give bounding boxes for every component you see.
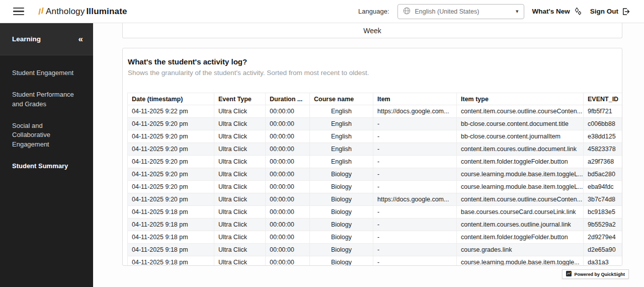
table-cell: 04-11-2025 9:20 pm xyxy=(128,130,214,143)
collapse-chevron-icon[interactable]: « xyxy=(78,35,83,43)
caret-down-icon: ▾ xyxy=(516,8,519,15)
sidebar-item-student-summary[interactable]: Student Summary xyxy=(0,156,93,177)
table-row: 04-11-2025 9:20 pmUltra Click00:00:00Eng… xyxy=(128,118,622,130)
table-cell: - xyxy=(373,130,457,143)
week-label: Week xyxy=(363,27,381,35)
table-row: 04-11-2025 9:20 pmUltra Click00:00:00Bio… xyxy=(128,193,622,206)
table-row: 04-11-2025 9:20 pmUltra Click00:00:00Bio… xyxy=(128,168,622,181)
table-cell: 45823378 xyxy=(584,143,622,156)
sparkle-icon xyxy=(574,7,582,16)
column-header[interactable]: Duration ... xyxy=(266,93,310,105)
table-cell: 00:00:00 xyxy=(266,118,310,130)
table-cell: Ultra Click xyxy=(214,156,266,168)
table-cell: - xyxy=(373,231,457,244)
top-bar: Anthology Illuminate Language: English (… xyxy=(0,0,644,23)
table-cell: - xyxy=(373,143,457,156)
card-subtitle: Shows the granularity of the student's a… xyxy=(128,69,617,77)
activity-table-scroll[interactable]: Date (timestamp)Event TypeDuration ...Co… xyxy=(127,93,622,265)
language-value: English (United States) xyxy=(415,8,479,15)
table-cell: - xyxy=(373,206,457,219)
table-cell: Ultra Click xyxy=(214,193,266,206)
sign-out-button[interactable]: Sign Out xyxy=(590,8,630,16)
table-cell: 3b7c74d8 xyxy=(584,193,622,206)
table-cell: bb-close.course.content.journalItem xyxy=(457,130,584,143)
table-cell: bc9183e5 xyxy=(584,206,622,219)
sidebar: Learning « Student Engagement Student Pe… xyxy=(0,23,93,287)
activity-log-card: What's the student's activity log? Shows… xyxy=(122,48,622,266)
quicksight-icon xyxy=(566,271,572,277)
table-cell: - xyxy=(373,219,457,231)
anthology-logo-icon xyxy=(37,7,44,16)
table-row: 04-11-2025 9:20 pmUltra Click00:00:00Eng… xyxy=(128,143,622,156)
sidebar-item-student-engagement[interactable]: Student Engagement xyxy=(0,62,93,84)
table-cell: English xyxy=(310,118,373,130)
table-cell: Ultra Click xyxy=(214,105,266,118)
sidebar-item-social-and-collaborative-engagement[interactable]: Social and Collaborative Engagement xyxy=(0,115,93,156)
column-header[interactable]: Event Type xyxy=(214,93,266,105)
table-row: 04-11-2025 9:18 pmUltra Click00:00:00Bio… xyxy=(128,206,622,219)
table-cell: 00:00:00 xyxy=(266,143,310,156)
table-cell: content.item.courses.outline.journal.lin… xyxy=(457,219,584,231)
column-header[interactable]: Item type xyxy=(457,93,584,105)
language-select[interactable]: English (United States) ▾ xyxy=(397,4,524,19)
sidebar-nav: Student Engagement Student Performance a… xyxy=(0,55,93,177)
table-cell: Biology xyxy=(310,244,373,256)
column-header[interactable]: Course name xyxy=(310,93,373,105)
column-header[interactable]: Date (timestamp) xyxy=(128,93,214,105)
table-cell: Ultra Click xyxy=(214,231,266,244)
table-cell: English xyxy=(310,105,373,118)
table-cell: course.learning.module.base.item.toggleL… xyxy=(457,168,584,181)
table-cell: Biology xyxy=(310,231,373,244)
table-row: 04-11-2025 9:18 pmUltra Click00:00:00Bio… xyxy=(128,256,622,266)
table-cell: Ultra Click xyxy=(214,219,266,231)
brand-name-primary: Anthology xyxy=(46,7,85,17)
sidebar-item-student-performance-and-grades[interactable]: Student Performance and Grades xyxy=(0,84,93,115)
table-cell: 00:00:00 xyxy=(266,168,310,181)
hamburger-menu-icon[interactable] xyxy=(13,8,25,16)
powered-by-label: Powered by QuickSight xyxy=(574,272,625,277)
table-cell: e38dd125 xyxy=(584,130,622,143)
card-title: What's the student's activity log? xyxy=(128,57,617,66)
table-cell: 00:00:00 xyxy=(266,244,310,256)
table-cell: https://docs.google.com... xyxy=(373,105,457,118)
column-header[interactable]: EVENT_ID xyxy=(584,93,622,105)
table-cell: Ultra Click xyxy=(214,206,266,219)
table-cell: 04-11-2025 9:18 pm xyxy=(128,244,214,256)
table-cell: English xyxy=(310,156,373,168)
table-cell: - xyxy=(373,118,457,130)
table-cell: - xyxy=(373,168,457,181)
table-cell: English xyxy=(310,130,373,143)
table-cell: 00:00:00 xyxy=(266,181,310,193)
table-cell: 04-11-2025 9:18 pm xyxy=(128,256,214,266)
table-cell: 00:00:00 xyxy=(266,130,310,143)
whats-new-button[interactable]: What's New xyxy=(532,7,582,16)
table-cell: - xyxy=(373,156,457,168)
table-cell: bd5ac280 xyxy=(584,168,622,181)
table-cell: - xyxy=(373,244,457,256)
table-row: 04-11-2025 9:20 pmUltra Click00:00:00Bio… xyxy=(128,181,622,193)
table-cell: 00:00:00 xyxy=(266,105,310,118)
table-cell: 00:00:00 xyxy=(266,219,310,231)
sidebar-title: Learning xyxy=(12,35,41,43)
table-cell: content.item.course.outline.courseConten… xyxy=(457,193,584,206)
table-cell: Biology xyxy=(310,181,373,193)
table-cell: 04-11-2025 9:20 pm xyxy=(128,118,214,130)
table-row: 04-11-2025 9:20 pmUltra Click00:00:00Eng… xyxy=(128,156,622,168)
table-cell: Biology xyxy=(310,256,373,266)
powered-by-badge[interactable]: Powered by QuickSight xyxy=(562,269,629,279)
brand-logo: Anthology Illuminate xyxy=(37,7,127,17)
table-cell: content.item.course.outline.courseConten… xyxy=(457,105,584,118)
brand-name-secondary: Illuminate xyxy=(86,7,127,17)
table-cell: 00:00:00 xyxy=(266,206,310,219)
table-cell: content.item.folder.toggleFolder.button xyxy=(457,231,584,244)
table-cell: bb-close.course.content.document.title xyxy=(457,118,584,130)
table-cell: base.courses.courseCard.courseLink.link xyxy=(457,206,584,219)
activity-table-header-row: Date (timestamp)Event TypeDuration ...Co… xyxy=(128,93,622,105)
table-cell: English xyxy=(310,143,373,156)
table-cell: Ultra Click xyxy=(214,256,266,266)
table-cell: - xyxy=(373,181,457,193)
table-cell: https://docs.google.com... xyxy=(373,193,457,206)
column-header[interactable]: Item xyxy=(373,93,457,105)
activity-table-body: 04-11-2025 9:22 pmUltra Click00:00:00Eng… xyxy=(128,105,622,266)
table-cell: Ultra Click xyxy=(214,143,266,156)
